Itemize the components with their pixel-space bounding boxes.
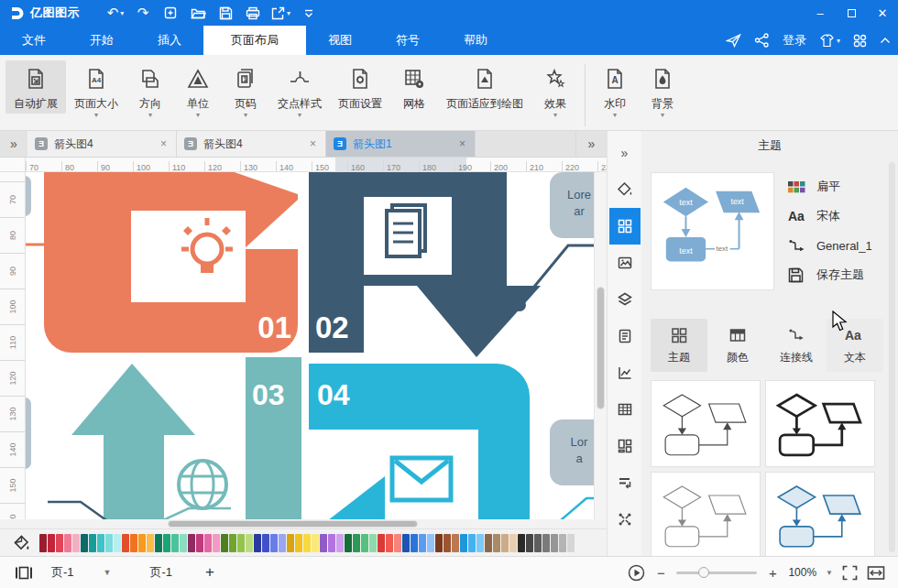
- theme-color-scheme-row[interactable]: 扁平: [788, 177, 872, 197]
- menu-item-file[interactable]: 文件: [0, 26, 68, 55]
- fit-width-button[interactable]: [867, 565, 885, 581]
- theme-font-row[interactable]: Aa 宋体: [788, 206, 872, 226]
- align-panel-icon[interactable]: [609, 464, 641, 501]
- doc-tab-2[interactable]: Ǝ 箭头图4 ×: [177, 131, 326, 157]
- color-swatch[interactable]: [204, 534, 212, 552]
- zoom-level[interactable]: 100%: [788, 566, 816, 579]
- color-swatch[interactable]: [493, 534, 500, 552]
- color-swatch[interactable]: [262, 534, 269, 552]
- current-theme-preview[interactable]: text text text text: [651, 172, 774, 290]
- collapse-panel-icon[interactable]: »: [609, 135, 641, 171]
- export-caret-icon[interactable]: ▾: [287, 9, 290, 17]
- send-feedback-icon[interactable]: [726, 33, 741, 48]
- color-swatch[interactable]: [122, 534, 129, 552]
- orientation-button[interactable]: 方向 ▾: [126, 60, 174, 121]
- step-01-shape[interactable]: 01: [44, 172, 298, 353]
- doc-tab-3-active[interactable]: Ǝ 箭头图1 ×: [326, 131, 476, 157]
- junction-style-button[interactable]: 交点样式 ▾: [269, 60, 330, 121]
- color-swatch[interactable]: [171, 534, 179, 552]
- new-document-button[interactable]: [159, 3, 182, 23]
- color-swatch[interactable]: [114, 534, 121, 552]
- minimize-button[interactable]: –: [805, 0, 836, 26]
- export-button[interactable]: ▾: [268, 3, 293, 23]
- merch-shirt-icon[interactable]: ▾: [819, 34, 840, 48]
- color-swatch[interactable]: [48, 534, 55, 552]
- color-swatch[interactable]: [328, 534, 335, 552]
- tab-scroll-right-icon[interactable]: »: [575, 131, 607, 157]
- menu-item-page-layout[interactable]: 页面布局: [203, 26, 306, 55]
- shirt-caret-icon[interactable]: ▾: [837, 37, 840, 45]
- zoom-level-caret-icon[interactable]: ▼: [826, 569, 833, 577]
- color-swatch[interactable]: [163, 534, 170, 552]
- redo-button[interactable]: ↷: [131, 3, 155, 23]
- close-tab-icon[interactable]: ×: [308, 137, 318, 150]
- tab-scroll-left-icon[interactable]: »: [0, 131, 27, 157]
- theme-thumbnail-blue[interactable]: [765, 472, 875, 556]
- color-swatch[interactable]: [468, 534, 476, 552]
- color-swatch[interactable]: [394, 534, 401, 552]
- zoom-in-button[interactable]: +: [766, 565, 779, 581]
- page-number-button[interactable]: 1 页码 ▾: [222, 60, 269, 121]
- color-swatch[interactable]: [130, 534, 137, 552]
- theme-thumbnail-thin[interactable]: [651, 380, 761, 467]
- color-swatch[interactable]: [303, 534, 311, 552]
- panel-scrollbar[interactable]: [889, 162, 895, 552]
- color-swatch[interactable]: [345, 534, 352, 552]
- color-swatch[interactable]: [138, 534, 146, 552]
- add-page-button[interactable]: +: [205, 563, 214, 582]
- chart-panel-icon[interactable]: [609, 354, 641, 391]
- color-swatch[interactable]: [542, 534, 550, 552]
- color-swatch[interactable]: [97, 534, 104, 552]
- side-label-top[interactable]: Lore ar: [550, 172, 594, 238]
- page-selector-caret-icon[interactable]: ▼: [104, 568, 112, 577]
- step-02-shape[interactable]: 02: [309, 172, 541, 357]
- color-swatch[interactable]: [320, 534, 327, 552]
- color-swatch[interactable]: [147, 534, 154, 552]
- color-swatch[interactable]: [246, 534, 253, 552]
- menu-item-help[interactable]: 帮助: [442, 26, 509, 55]
- color-swatch[interactable]: [180, 534, 187, 552]
- share-icon[interactable]: [754, 33, 770, 48]
- vertical-scrollbar[interactable]: [594, 172, 607, 519]
- color-swatch[interactable]: [509, 534, 517, 552]
- color-swatch[interactable]: [534, 534, 542, 552]
- close-tab-icon[interactable]: ×: [159, 137, 169, 150]
- menu-item-insert[interactable]: 插入: [136, 26, 203, 55]
- connector-slate-bottom[interactable]: [48, 502, 106, 519]
- page-setup-button[interactable]: 页面设置: [330, 60, 390, 114]
- color-swatch[interactable]: [411, 534, 418, 552]
- connector-cyan-bottom[interactable]: [561, 498, 594, 519]
- connector-teal-bottom[interactable]: [163, 508, 231, 519]
- color-swatch[interactable]: [460, 534, 467, 552]
- color-swatch[interactable]: [559, 534, 566, 552]
- presentation-play-button[interactable]: [628, 564, 645, 582]
- save-button[interactable]: [214, 3, 237, 23]
- zoom-slider[interactable]: [676, 572, 757, 574]
- color-swatch[interactable]: [39, 534, 47, 552]
- color-swatch[interactable]: [221, 534, 228, 552]
- layers-panel-icon[interactable]: [609, 281, 641, 318]
- save-theme-row[interactable]: 保存主题: [788, 265, 872, 285]
- tab-colors[interactable]: 颜色: [709, 319, 766, 372]
- color-swatch[interactable]: [476, 534, 484, 552]
- color-swatch[interactable]: [444, 534, 451, 552]
- color-swatch[interactable]: [213, 534, 220, 552]
- color-swatch[interactable]: [567, 534, 575, 552]
- doc-tab-1[interactable]: Ǝ 箭头图4 ×: [27, 131, 177, 157]
- color-swatch[interactable]: [427, 534, 434, 552]
- undo-caret-icon[interactable]: ▾: [120, 9, 124, 17]
- color-swatch[interactable]: [551, 534, 558, 552]
- tab-connectors[interactable]: 连接线: [768, 319, 825, 372]
- auto-expand-button[interactable]: 自动扩展: [5, 60, 66, 114]
- clipart-panel-icon[interactable]: [609, 428, 641, 464]
- vertical-scrollbar-thumb[interactable]: [597, 287, 605, 409]
- color-swatch[interactable]: [353, 534, 360, 552]
- menu-item-home[interactable]: 开始: [68, 26, 136, 55]
- color-swatch[interactable]: [336, 534, 344, 552]
- page-overview-icon[interactable]: [15, 565, 33, 581]
- fill-style-icon[interactable]: [609, 171, 641, 208]
- color-swatch[interactable]: [485, 534, 492, 552]
- color-swatch[interactable]: [361, 534, 368, 552]
- page-tab[interactable]: 页-1: [149, 564, 172, 581]
- color-swatch[interactable]: [526, 534, 533, 552]
